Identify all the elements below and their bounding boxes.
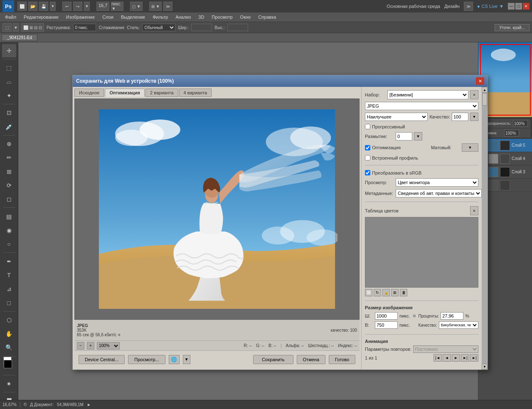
- marquee-tool[interactable]: ⬚: [2, 23, 12, 32]
- eraser-tool[interactable]: ◻: [2, 192, 16, 206]
- eyedropper-tool[interactable]: 💉: [2, 120, 16, 133]
- feather-input[interactable]: [73, 24, 96, 31]
- foreground-color-swatch[interactable]: [4, 360, 12, 368]
- document-tab[interactable]: _9041291-Ed: [2, 34, 37, 41]
- menu-view[interactable]: Просмотр: [208, 14, 236, 20]
- menu-layers[interactable]: Слои: [99, 14, 117, 20]
- image-menu-icon[interactable]: ≡: [118, 333, 121, 337]
- menu-image[interactable]: Изображение: [63, 14, 98, 20]
- width-size-input[interactable]: [375, 312, 398, 320]
- ct-btn-4[interactable]: ⊞: [391, 289, 399, 296]
- lasso-tool[interactable]: ⌓: [2, 75, 16, 89]
- status-arrow[interactable]: ►: [87, 402, 91, 407]
- mode-subtract[interactable]: ⊟: [34, 25, 37, 30]
- zoom-select[interactable]: 100%: [97, 342, 120, 350]
- history-brush-tool[interactable]: ⟳: [2, 179, 16, 192]
- fill-input[interactable]: [504, 130, 519, 136]
- menu-3d[interactable]: 3D: [195, 14, 207, 20]
- ct-btn-3[interactable]: 🔒: [382, 289, 390, 296]
- 3d-tool[interactable]: ⬡: [2, 313, 16, 327]
- view-icon[interactable]: ⊞ ▼: [149, 2, 162, 11]
- mode-intersect[interactable]: ⊡: [39, 25, 42, 30]
- preview-select[interactable]: Цвет монитора: [396, 178, 478, 187]
- metadata-select[interactable]: Сведения об авт. правах и контакты: [396, 189, 482, 197]
- pen-tool[interactable]: ✒: [2, 254, 16, 268]
- extras-icon[interactable]: ≫: [163, 2, 172, 11]
- quality-input[interactable]: [452, 113, 468, 121]
- height-input[interactable]: [227, 24, 248, 31]
- preset-select[interactable]: [Безимени]: [387, 90, 468, 99]
- blur-tool[interactable]: ◉: [2, 224, 16, 237]
- zoom-icon[interactable]: ◻ ▼: [130, 2, 143, 11]
- size-unit-icon[interactable]: пикс. ▼: [111, 2, 123, 11]
- tab-2up[interactable]: 2 варианта: [145, 89, 178, 97]
- scroll-down-btn[interactable]: ▼: [482, 364, 488, 370]
- healing-tool[interactable]: ⊕: [2, 137, 16, 150]
- preset-menu-button[interactable]: ≡: [470, 90, 478, 99]
- height-size-input[interactable]: [375, 321, 398, 329]
- zoom-out-btn[interactable]: −: [77, 342, 84, 350]
- minimize-button[interactable]: —: [508, 3, 515, 10]
- marquee-tool-arrow[interactable]: ▼: [13, 23, 19, 32]
- tab-4up[interactable]: 4 варианта: [179, 89, 212, 97]
- anim-last-btn[interactable]: ►|: [470, 354, 478, 362]
- anim-first-btn[interactable]: |◄: [433, 354, 442, 362]
- done-button[interactable]: Готово: [329, 355, 355, 364]
- path-select-tool[interactable]: ⊿: [2, 282, 16, 296]
- quality-method-select[interactable]: Наилучшее: [365, 113, 428, 121]
- matte-dropdown-btn[interactable]: ▼: [462, 143, 478, 152]
- menu-edit[interactable]: Редактирование: [20, 14, 62, 20]
- menu-select[interactable]: Выделение: [118, 14, 148, 20]
- close-button[interactable]: ✕: [523, 3, 530, 10]
- menu-file[interactable]: Файл: [2, 14, 20, 20]
- scroll-thumb[interactable]: [482, 93, 487, 106]
- save-icon[interactable]: 💾: [39, 2, 48, 11]
- ct-btn-5[interactable]: 🗑: [400, 289, 407, 296]
- options-arrow-button[interactable]: ▼: [183, 355, 190, 364]
- mode-new[interactable]: ⬜: [23, 25, 28, 30]
- quick-mask-tool[interactable]: ◉: [2, 377, 16, 390]
- format-select[interactable]: JPEG: [365, 102, 478, 110]
- optimize-checkbox[interactable]: [365, 145, 370, 150]
- move-tool[interactable]: ✛: [2, 44, 16, 57]
- shape-tool[interactable]: □: [2, 296, 16, 309]
- dialog-close-button[interactable]: ✕: [476, 77, 484, 85]
- maximize-button[interactable]: □: [515, 3, 522, 10]
- menu-window[interactable]: Окно: [237, 14, 254, 20]
- save-button[interactable]: Сохранить: [253, 355, 293, 364]
- design-button[interactable]: Дизайн: [444, 4, 460, 9]
- blur-dropdown-btn[interactable]: ▼: [414, 132, 422, 140]
- anim-next-btn[interactable]: ►|: [461, 354, 469, 362]
- width-input[interactable]: [191, 24, 212, 31]
- menu-help[interactable]: Справка: [255, 14, 279, 20]
- zoom-tool-btn[interactable]: 🔍: [2, 341, 16, 354]
- ct-btn-1[interactable]: ⬜: [365, 289, 372, 296]
- new-doc-icon[interactable]: ⬜: [17, 2, 27, 11]
- preview-button[interactable]: Просмотр...: [128, 355, 165, 364]
- gradient-tool[interactable]: ▤: [2, 209, 16, 223]
- device-central-button[interactable]: Device Central...: [79, 355, 125, 364]
- magic-wand-tool[interactable]: ✦: [2, 89, 16, 102]
- refine-edge-button[interactable]: Уточн. край...: [495, 24, 530, 31]
- dodge-tool[interactable]: ○: [2, 237, 16, 251]
- menu-filter[interactable]: Фильтр: [149, 14, 171, 20]
- quality-resample-select[interactable]: Бикубическая, че...: [439, 321, 478, 329]
- type-tool[interactable]: T: [2, 269, 16, 282]
- anim-prev-btn[interactable]: ◄: [443, 354, 451, 362]
- blur-input[interactable]: [396, 132, 412, 140]
- quality-dropdown-btn[interactable]: ▼: [470, 113, 478, 121]
- info-icon[interactable]: ▼: [84, 2, 90, 11]
- undo-icon[interactable]: ↩: [62, 2, 71, 11]
- cs-live[interactable]: ● CS Live ▼: [477, 4, 504, 9]
- embed-profile-checkbox[interactable]: [365, 155, 370, 160]
- ct-btn-2[interactable]: ↻: [374, 289, 381, 296]
- stamp-tool[interactable]: ⊞: [2, 165, 16, 178]
- globe-icon[interactable]: 🌐: [169, 355, 180, 364]
- marquee-tool-btn[interactable]: ⬚: [2, 61, 16, 74]
- crop-tool[interactable]: ⊡: [2, 106, 16, 119]
- convert-srgb-checkbox[interactable]: [365, 170, 370, 175]
- zoom-in-btn[interactable]: +: [87, 342, 94, 350]
- progressive-checkbox[interactable]: [365, 124, 370, 129]
- anim-play-btn[interactable]: ►: [452, 354, 460, 362]
- cancel-button[interactable]: Отмена: [297, 355, 325, 364]
